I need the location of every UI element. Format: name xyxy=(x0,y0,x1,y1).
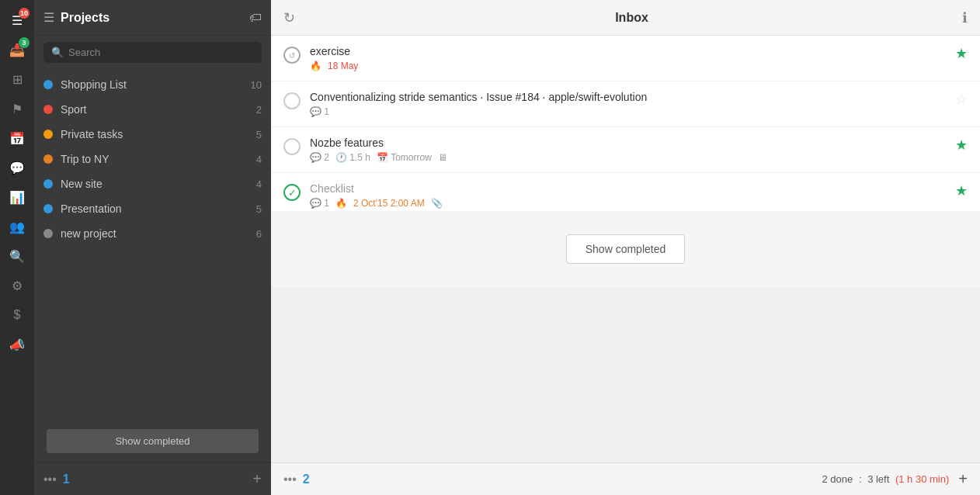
left-count: 3 left xyxy=(867,473,889,485)
info-button[interactable]: ℹ xyxy=(962,9,968,26)
sidebar-project-item[interactable]: Presentation 5 xyxy=(34,196,271,221)
fire-icon: 🔥 xyxy=(335,198,347,209)
project-count: 4 xyxy=(256,178,262,190)
task-content: Conventionalizing stride semantics · Iss… xyxy=(310,91,955,117)
task-item[interactable]: ✓ Checklist 💬 1🔥2 Oct'15 2:00 AM📎 ★ xyxy=(271,173,980,211)
rail-inbox-icon[interactable]: 📥 3 xyxy=(3,36,31,64)
task-checkbox[interactable] xyxy=(283,138,301,155)
projects-header-icon: ☰ xyxy=(43,10,54,25)
task-item[interactable]: ↺ exercise 🔥18 May ★ xyxy=(271,36,980,81)
task-star[interactable]: ★ xyxy=(955,45,968,62)
sidebar-project-item[interactable]: new project 6 xyxy=(34,221,271,246)
search-box[interactable]: 🔍 xyxy=(43,42,262,63)
project-name: new project xyxy=(61,227,256,240)
task-list: ↺ exercise 🔥18 May ★ Conventionalizing s… xyxy=(271,36,980,211)
task-content: Nozbe features 💬 2🕐 1.5 h📅 Tomorrow🖥 xyxy=(310,137,955,163)
fire-icon: 🔥 xyxy=(310,61,321,71)
comment-icon: 💬 1 xyxy=(310,198,329,209)
main-content: ↻ Inbox ℹ ↺ exercise 🔥18 May ★ Conventio… xyxy=(271,0,980,495)
task-meta: 💬 1🔥2 Oct'15 2:00 AM📎 xyxy=(310,198,955,209)
sidebar: ☰ Projects 🏷 🔍 Shopping List 10 Sport 2 … xyxy=(34,0,271,495)
rail-team-icon[interactable]: 👥 xyxy=(3,213,31,241)
main-show-completed-button[interactable]: Show completed xyxy=(566,234,686,264)
rail-chart-icon[interactable]: 📊 xyxy=(3,183,31,211)
main-footer: ••• 2 2 done : 3 left (1 h 30 min) + xyxy=(271,462,980,495)
rail-tasks-icon[interactable]: ⊞ xyxy=(3,65,31,93)
task-star[interactable]: ★ xyxy=(955,137,968,154)
comment-icon: 💬 1 xyxy=(310,106,329,117)
project-dot xyxy=(43,105,53,114)
rail-chat-icon[interactable]: 💬 xyxy=(3,154,31,182)
task-title: Conventionalizing stride semantics · Iss… xyxy=(310,91,955,103)
project-count: 4 xyxy=(256,154,262,165)
sidebar-page-number: 1 xyxy=(63,472,253,486)
project-name: Shopping List xyxy=(61,78,251,91)
show-completed-area: Show completed xyxy=(271,211,980,287)
task-item[interactable]: Nozbe features 💬 2🕐 1.5 h📅 Tomorrow🖥 ★ xyxy=(271,127,980,173)
project-dot xyxy=(43,179,53,189)
rail-flag-icon[interactable]: ⚑ xyxy=(3,95,31,123)
sidebar-title: Projects xyxy=(61,11,249,25)
project-dot xyxy=(43,80,53,89)
task-checkbox[interactable] xyxy=(283,92,301,109)
fire-date: 2 Oct'15 2:00 AM xyxy=(353,198,425,209)
sidebar-project-item[interactable]: Private tasks 5 xyxy=(34,122,271,147)
sidebar-footer: ••• 1 + xyxy=(34,462,271,495)
sidebar-header: ☰ Projects 🏷 xyxy=(34,0,271,36)
task-star[interactable]: ☆ xyxy=(955,91,968,108)
sidebar-dots-button[interactable]: ••• xyxy=(43,472,57,486)
screen-icon: 🖥 xyxy=(438,152,447,163)
rail-megaphone-icon[interactable]: 📣 xyxy=(3,331,31,358)
project-list: Shopping List 10 Sport 2 Private tasks 5… xyxy=(34,69,271,420)
rail-calendar-icon[interactable]: 📅 xyxy=(3,124,31,152)
inbox-title: Inbox xyxy=(301,11,962,25)
sidebar-project-item[interactable]: New site 4 xyxy=(34,171,271,196)
rail-settings-icon[interactable]: ⚙ xyxy=(3,272,31,299)
project-count: 2 xyxy=(256,104,262,116)
task-meta: 💬 1 xyxy=(310,106,955,117)
task-content: exercise 🔥18 May xyxy=(310,45,955,71)
task-title: Nozbe features xyxy=(310,137,955,149)
project-dot xyxy=(43,229,53,238)
time-estimate: (1 h 30 min) xyxy=(895,473,949,485)
project-name: Sport xyxy=(61,103,256,116)
task-meta: 🔥18 May xyxy=(310,61,955,71)
separator: : xyxy=(859,473,862,485)
projects-badge: 10 xyxy=(19,8,30,19)
clock-icon: 🕐 1.5 h xyxy=(335,152,370,163)
task-title: exercise xyxy=(310,45,955,57)
icon-rail: ☰ 10 📥 3 ⊞ ⚑ 📅 💬 📊 👥 🔍 ⚙ $ 📣 xyxy=(0,0,34,495)
project-count: 6 xyxy=(256,228,262,240)
task-meta: 💬 2🕐 1.5 h📅 Tomorrow🖥 xyxy=(310,152,955,163)
task-checkbox[interactable]: ↺ xyxy=(283,47,301,64)
main-add-button[interactable]: + xyxy=(958,470,968,488)
refresh-button[interactable]: ↻ xyxy=(283,9,295,26)
empty-area xyxy=(271,287,980,462)
task-star[interactable]: ★ xyxy=(955,182,968,199)
project-name: Trip to NY xyxy=(61,153,256,165)
task-title: Checklist xyxy=(310,182,955,195)
main-dots[interactable]: ••• xyxy=(283,472,297,486)
sidebar-project-item[interactable]: Sport 2 xyxy=(34,97,271,122)
task-item[interactable]: Conventionalizing stride semantics · Iss… xyxy=(271,81,980,127)
search-input[interactable] xyxy=(68,47,254,58)
rail-dollar-icon[interactable]: $ xyxy=(3,301,31,329)
project-count: 5 xyxy=(256,129,262,140)
main-page-number: 2 xyxy=(303,472,822,486)
sidebar-add-button[interactable]: + xyxy=(252,470,262,488)
sidebar-project-item[interactable]: Shopping List 10 xyxy=(34,72,271,97)
tag-icon[interactable]: 🏷 xyxy=(249,11,262,25)
task-date: 18 May xyxy=(328,61,358,71)
calendar-icon: 📅 Tomorrow xyxy=(377,152,432,163)
project-count: 10 xyxy=(251,79,262,91)
task-checkbox[interactable]: ✓ xyxy=(283,184,301,201)
project-name: New site xyxy=(61,178,256,190)
sidebar-show-completed-button[interactable]: Show completed xyxy=(47,429,259,453)
comment-icon: 💬 2 xyxy=(310,152,329,163)
rail-projects-icon[interactable]: ☰ 10 xyxy=(3,6,31,34)
sidebar-project-item[interactable]: Trip to NY 4 xyxy=(34,147,271,171)
rail-search-icon[interactable]: 🔍 xyxy=(3,242,31,270)
search-icon: 🔍 xyxy=(51,47,64,58)
project-dot xyxy=(43,130,53,139)
project-dot xyxy=(43,204,53,213)
